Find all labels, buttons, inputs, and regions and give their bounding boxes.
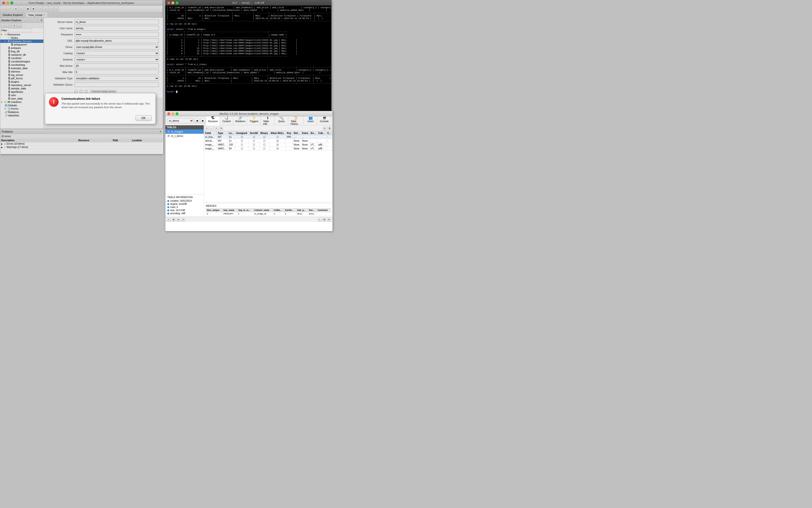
- col-field: Field: [204, 131, 217, 135]
- table-row[interactable]: itemsf... INT 11 ☐ ☐ ☐ ☑ None None: [204, 139, 332, 143]
- table-name-m-t-items: m_t_items: [171, 134, 183, 137]
- terminal-line-13: | 5 | 15 | http://mail.robertkime.com:88…: [167, 50, 330, 52]
- mysql-tab-structure[interactable]: 🏗 Structure: [206, 115, 219, 126]
- mysql-minimize-button[interactable]: [171, 112, 174, 115]
- mysql-tab-table-history[interactable]: 📜 Table History: [289, 115, 303, 126]
- idx-seq-1: 1: [238, 212, 254, 216]
- bottom-export-button[interactable]: ↗: [181, 218, 185, 221]
- field-null-1: ☐: [270, 135, 286, 139]
- field-default-4: None: [293, 147, 301, 151]
- col-zerofill: Zerofill: [249, 131, 259, 135]
- bottom-add-button[interactable]: +: [167, 218, 171, 221]
- field-length-1: 11: [228, 135, 235, 139]
- nav-next-button[interactable]: ▶: [200, 118, 205, 123]
- db-selector[interactable]: m_items: [167, 118, 194, 123]
- info-created-label: created: 14/01/2014: [170, 200, 192, 202]
- table-row[interactable]: image_... VARC... 150 ☐ ☐ ☐ ☑ None None …: [204, 143, 332, 147]
- content-tab-icon: 📊: [225, 116, 229, 120]
- terminal-sep-5: +------------+------------+-------------…: [167, 55, 330, 58]
- terminal-line-15: 6 rows in set (0.00 sec): [167, 58, 330, 61]
- terminal-sep-6: +-------------+------------+------------…: [167, 66, 330, 69]
- table-item-m-t-items[interactable]: 🗒 m_t_items: [165, 134, 204, 138]
- col-more: C...: [326, 131, 332, 135]
- col-type: Type: [217, 131, 228, 135]
- terminal-line-7: mysql> select * from m_images;: [167, 28, 330, 31]
- remove-field-button[interactable]: -: [210, 126, 214, 130]
- field-c-3: [326, 143, 332, 147]
- info-rows: rows: 6: [167, 206, 202, 208]
- idx-packed-1: NULL: [308, 212, 317, 216]
- mysql-tab-table-info[interactable]: ℹ Table Info: [261, 115, 275, 126]
- console-tab-icon: 💻: [322, 116, 326, 120]
- terminal-content[interactable]: | m_t_item_id | itemsfk_id | web_descrip…: [165, 5, 331, 112]
- nav-prev-button[interactable]: ◀: [195, 118, 199, 123]
- bottom-gear2-button[interactable]: ⚙: [322, 218, 326, 221]
- terminal-line-2: | stock_no | web_thumbnail_id | calculat…: [167, 9, 330, 12]
- mysql-tab-triggers[interactable]: ⚡ Triggers: [248, 115, 261, 126]
- terminal-line-1: | m_t_item_id | itemsfk_id | web_descrip…: [167, 6, 330, 9]
- terminal-title: bin – mysql – 138×38: [233, 1, 264, 4]
- table-row[interactable]: 0 PRIMARY 1 m_image_id A 2 NULL NULL: [206, 212, 330, 216]
- dialog-title: Communications link failure: [62, 97, 152, 100]
- terminal-line-16: [167, 61, 330, 64]
- bottom-refresh3-button[interactable]: ↻: [327, 218, 331, 221]
- field-key-2: [286, 139, 292, 143]
- refresh-fields-button[interactable]: ↻: [219, 126, 223, 130]
- field-name-4: image_...: [204, 147, 217, 151]
- mysql-tab-query[interactable]: 🔍 Query: [275, 115, 288, 126]
- field-binary-2: ☐: [259, 139, 270, 143]
- mysql-tab-console[interactable]: 💻 Console: [318, 115, 331, 126]
- structure-tab-label: Structure: [208, 120, 218, 123]
- idx-collation-1: A: [273, 212, 284, 216]
- insert-field-button[interactable]: +: [214, 126, 218, 130]
- mysql-tab-relations[interactable]: 🔗 Relations: [234, 115, 247, 126]
- table-row[interactable]: image_... VARC... 50 ☐ ☐ ☐ ☑ None None U…: [204, 147, 332, 151]
- gear-field-button[interactable]: ⚙: [328, 126, 331, 130]
- add-field-button[interactable]: +: [205, 126, 209, 130]
- indexes-table: Non_unique Key_name Seq_in_in... Column_…: [206, 208, 330, 216]
- relations-tab-label: Relations: [235, 120, 245, 123]
- ok-button[interactable]: OK: [135, 115, 152, 121]
- query-tab-icon: 🔍: [279, 116, 284, 120]
- idx-non-unique-1: 0: [206, 212, 223, 216]
- mysql-tab-users[interactable]: 👥 Users: [304, 115, 317, 126]
- info-size: size: 16.0 KiB: [167, 209, 202, 212]
- field-extra-4: None: [301, 147, 309, 151]
- idx-col-key-name: Key_name: [223, 208, 238, 212]
- table-item-m-images[interactable]: 🗒 m_images: [165, 129, 204, 134]
- terminal-sep-7: +-------------+------------+------------…: [167, 74, 330, 77]
- field-encoding-4: UT...: [310, 147, 317, 151]
- dialog-overlay: ! Communications link failure The last p…: [0, 0, 162, 154]
- users-tab-icon: 👥: [309, 116, 313, 120]
- field-c-4: [326, 147, 332, 151]
- bottom-refresh-button[interactable]: ↻: [176, 218, 180, 221]
- info-engine: engine: InnoDB: [167, 203, 202, 205]
- edit-field-button[interactable]: ✏: [323, 126, 327, 130]
- triggers-tab-label: Triggers: [250, 120, 258, 123]
- mysql-close-button[interactable]: [167, 112, 170, 115]
- dialog-buttons: OK: [45, 113, 156, 124]
- field-zerofill-3: ☐: [249, 143, 259, 147]
- bottom-gear-button[interactable]: ⚙: [172, 218, 175, 221]
- terminal-close-button[interactable]: [167, 1, 170, 4]
- table-history-tab-icon: 📜: [294, 116, 298, 120]
- indexes-section: INDEXES Non_unique Key_name Seq_in_in...…: [204, 202, 332, 217]
- col-allow-null: Allow NULL: [270, 131, 286, 135]
- terminal-line-3: | 15 | 1 | Bolection fireplace | NULL | …: [167, 15, 330, 17]
- table-row[interactable]: m_ima... INT 11 ☐ ☐ ☐ ☐ PRI ... ...: [204, 135, 332, 139]
- dialog-message: The last packet sent successfully to the…: [62, 102, 152, 110]
- terminal-minimize-button[interactable]: [171, 1, 174, 4]
- terminal-maximize-button[interactable]: [175, 1, 178, 4]
- terminal-sep-4: +------------+------------+-------------…: [167, 36, 330, 39]
- mysql-maximize-button[interactable]: [175, 112, 178, 115]
- mysql-tab-content[interactable]: 📊 Content: [220, 115, 233, 126]
- mysql-toolbar: m_items ◀ ▶ 🏗 Structure 📊 Content 🔗 Rela…: [165, 116, 332, 125]
- terminal-line-10: | 2 | 1 | http://mail.robertkime.com:888…: [167, 42, 330, 44]
- col-unsigned: Unsigned: [235, 131, 249, 135]
- mysql-traffic-lights: [167, 112, 178, 115]
- field-length-3: 150: [228, 143, 235, 147]
- bottom-refresh2-button[interactable]: +: [318, 218, 321, 221]
- field-type-2: INT: [217, 139, 228, 143]
- terminal-line-18: | m_t_item_id | itemsfk_id | web_descrip…: [167, 69, 330, 72]
- field-binary-3: ☐: [259, 143, 270, 147]
